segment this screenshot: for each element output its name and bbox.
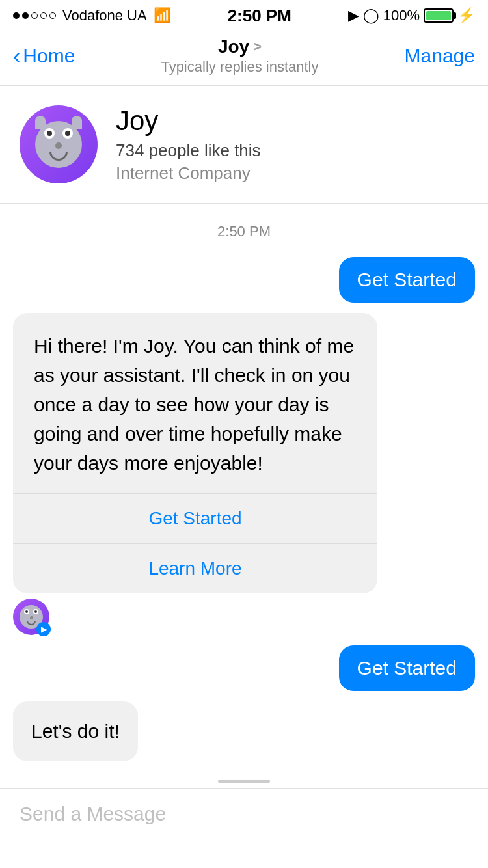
messenger-badge: ▶	[36, 622, 51, 636]
avatar-ears	[35, 121, 82, 129]
bot-small-avatar: ▶	[13, 599, 49, 635]
signal-dot-5	[49, 12, 56, 19]
status-bar: Vodafone UA 📶 2:50 PM ▶ ◯ 100% ⚡	[0, 0, 488, 29]
small-eyes	[24, 609, 38, 614]
bottom-bar[interactable]: Send a Message	[0, 788, 488, 839]
signal-dot-2	[22, 12, 29, 19]
signal-dots	[13, 12, 56, 19]
page-name: Joy	[116, 105, 468, 137]
scroll-bar	[218, 780, 270, 783]
user-bubble-1: Get Started	[339, 257, 475, 303]
page-category: Internet Company	[116, 163, 468, 183]
left-eye	[44, 128, 55, 139]
back-chevron-icon: ‹	[13, 43, 20, 68]
messenger-badge-icon: ▶	[41, 625, 47, 634]
lightning-icon: ⚡	[457, 7, 475, 24]
battery-percent: 100%	[383, 7, 420, 24]
card-get-started-button[interactable]: Get Started	[13, 494, 377, 543]
message-row-2: Hi there! I'm Joy. You can think of me a…	[13, 313, 475, 593]
status-left: Vodafone UA 📶	[13, 7, 171, 24]
nav-title-chevron-icon: >	[253, 38, 262, 55]
wifi-icon: 📶	[154, 7, 171, 24]
card-learn-more-button[interactable]: Learn More	[13, 544, 377, 593]
avatar-eyes	[44, 128, 73, 139]
right-eye	[62, 128, 73, 139]
small-right-pupil	[34, 610, 37, 613]
location-icon: ▶	[348, 7, 359, 24]
nav-bar: ‹ Home Joy > Typically replies instantly…	[0, 29, 488, 86]
bot-bubble-1: Let's do it!	[13, 701, 138, 761]
status-right: ▶ ◯ 100% ⚡	[348, 7, 475, 24]
right-pupil	[65, 131, 70, 136]
left-ear	[35, 116, 46, 129]
page-likes: 734 people like this	[116, 141, 468, 161]
back-button[interactable]: ‹ Home	[13, 43, 75, 68]
signal-dot-3	[31, 12, 38, 19]
message-row-4: Let's do it!	[13, 701, 475, 761]
message-row-3: Get Started	[13, 645, 475, 691]
bot-card-text: Hi there! I'm Joy. You can think of me a…	[13, 313, 377, 493]
user-bubble-2: Get Started	[339, 645, 475, 691]
small-left-pupil	[25, 610, 28, 613]
status-time: 2:50 PM	[228, 6, 291, 26]
page-details: Joy 734 people like this Internet Compan…	[116, 105, 468, 183]
nav-title-text: Joy	[218, 36, 249, 57]
alarm-icon: ◯	[363, 7, 379, 24]
battery-icon	[424, 8, 454, 23]
chat-area: 2:50 PM Get Started Hi there! I'm Joy. Y…	[0, 204, 488, 774]
small-right-eye	[33, 609, 38, 614]
bot-card-bubble: Hi there! I'm Joy. You can think of me a…	[13, 313, 377, 593]
bot-avatar-row: ▶	[13, 599, 475, 635]
chat-timestamp: 2:50 PM	[13, 223, 475, 240]
signal-dot-1	[13, 12, 20, 19]
left-pupil	[47, 131, 52, 136]
page-info: Joy 734 people like this Internet Compan…	[0, 86, 488, 204]
back-label: Home	[23, 45, 75, 67]
send-message-input[interactable]: Send a Message	[20, 803, 166, 825]
right-ear	[72, 116, 82, 129]
carrier-label: Vodafone UA	[62, 7, 147, 24]
page-avatar	[20, 105, 98, 183]
small-mouth	[27, 621, 36, 625]
avatar-mouth	[49, 152, 68, 161]
avatar-face	[35, 121, 82, 168]
small-left-eye	[24, 609, 29, 614]
scroll-indicator	[0, 774, 488, 788]
avatar-nose	[55, 142, 62, 149]
manage-button[interactable]: Manage	[405, 45, 475, 67]
nav-title: Joy >	[161, 36, 318, 57]
nav-center: Joy > Typically replies instantly	[161, 36, 318, 75]
small-nose	[30, 616, 33, 619]
signal-dot-4	[40, 12, 47, 19]
nav-subtitle: Typically replies instantly	[161, 59, 318, 75]
message-row-1: Get Started	[13, 257, 475, 303]
